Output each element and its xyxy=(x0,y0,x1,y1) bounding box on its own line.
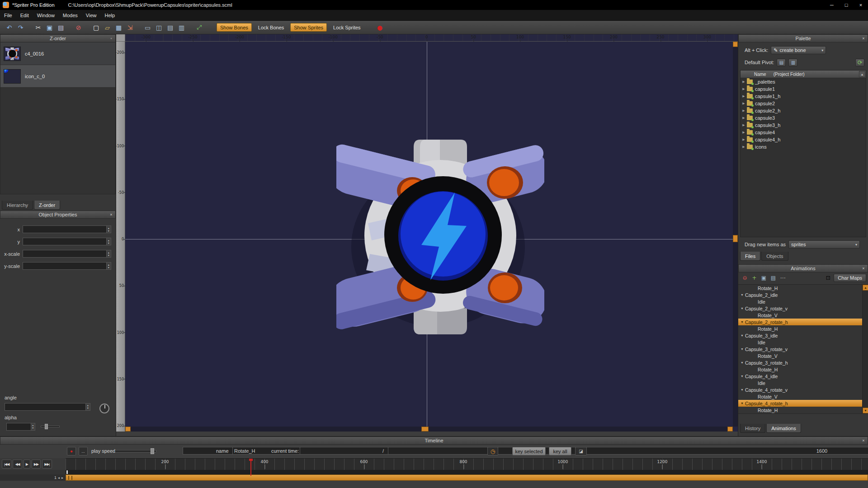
menu-item[interactable]: Modes xyxy=(59,10,82,20)
record-mode-icon[interactable]: ● xyxy=(374,22,386,33)
panel-close-icon[interactable]: × xyxy=(861,438,866,443)
scroll-down-icon[interactable]: ▼ xyxy=(863,408,868,413)
file-tree-item[interactable]: ▶ capsule3_h xyxy=(741,122,866,129)
animation-item[interactable]: ▼ Rotate_H xyxy=(738,407,862,413)
file-tree-header[interactable]: Name (Project Folder) ▲ xyxy=(741,70,866,78)
expand-arrow-icon[interactable]: ▶ xyxy=(741,109,747,113)
canvas-horizontal-scrollbar[interactable] xyxy=(125,427,733,432)
expand-view-icon[interactable]: ⊡ xyxy=(823,273,833,282)
more-options-icon[interactable]: ⋯ xyxy=(778,273,788,282)
lock-bones-button[interactable]: Lock Bones xyxy=(255,23,287,32)
sound-icon[interactable]: ◪ xyxy=(575,447,587,455)
collapse-arrow-icon[interactable]: ▼ xyxy=(741,388,745,391)
menu-item[interactable]: File xyxy=(0,10,16,20)
playhead[interactable] xyxy=(250,459,251,476)
delete-icon[interactable]: ⊘ xyxy=(73,22,84,33)
animation-item[interactable]: ▼ Idle xyxy=(738,298,862,305)
scroll-up-icon[interactable]: ▲ xyxy=(859,71,865,77)
canvas-viewport[interactable] xyxy=(125,42,738,432)
file-tree-item[interactable]: ▶ capsule1 xyxy=(741,85,866,93)
property-input[interactable] xyxy=(23,225,107,233)
save-icon[interactable]: ▦ xyxy=(113,22,124,33)
pivot-option-1-button[interactable]: ▤ xyxy=(777,59,786,66)
animation-settings-icon[interactable]: ▤ xyxy=(769,273,778,282)
new-file-icon[interactable]: ▢ xyxy=(90,22,102,33)
tab-files[interactable]: Files xyxy=(740,252,760,261)
go-to-start-button[interactable]: |◀◀ xyxy=(2,460,11,469)
layer-item-icon-c-0[interactable]: icon_c_0 xyxy=(0,65,115,88)
char-maps-button[interactable]: Char Maps xyxy=(834,274,866,282)
tab-objects[interactable]: Objects xyxy=(761,252,788,261)
menu-item[interactable]: Help xyxy=(101,10,119,20)
undo-icon[interactable]: ↶ xyxy=(4,22,15,33)
layout-single-icon[interactable]: ▭ xyxy=(142,22,153,33)
collapse-arrow-icon[interactable]: ▼ xyxy=(741,402,745,405)
expand-arrow-icon[interactable]: ▶ xyxy=(741,123,747,127)
layout-rows-icon[interactable]: ▤ xyxy=(165,22,176,33)
delete-animation-icon[interactable]: ⊖ xyxy=(740,273,750,282)
animation-item[interactable]: ▼ Capsule_3_rotate_v xyxy=(738,346,862,352)
next-keyframe-button[interactable]: ▶▶ xyxy=(32,460,41,469)
menu-item[interactable]: Edit xyxy=(16,10,33,20)
file-tree-item[interactable]: ▶ icons xyxy=(741,143,866,150)
total-time-input[interactable] xyxy=(388,447,868,455)
loop-range-bar[interactable] xyxy=(66,474,868,481)
animation-item[interactable]: ▼ Idle xyxy=(738,339,862,346)
file-tree-item[interactable]: ▶ capsule4 xyxy=(741,129,866,136)
alpha-slider-handle[interactable] xyxy=(45,424,48,429)
property-input[interactable] xyxy=(23,250,107,258)
paste-icon[interactable]: ▤ xyxy=(55,22,66,33)
minimize-button[interactable]: ─ xyxy=(825,0,839,10)
file-tree-item[interactable]: ▶ capsule2_h xyxy=(741,107,866,114)
tab-animations[interactable]: Animations xyxy=(766,424,801,433)
copy-icon[interactable]: ▣ xyxy=(44,22,55,33)
refresh-icon[interactable]: ⟳ xyxy=(855,59,864,66)
scroll-up-button[interactable] xyxy=(733,42,738,47)
expand-arrow-icon[interactable]: ▶ xyxy=(741,80,747,84)
capsule-sprite[interactable] xyxy=(336,133,544,341)
play-speed-handle[interactable] xyxy=(151,448,154,454)
maximize-button[interactable]: □ xyxy=(839,0,854,10)
lock-sprites-button[interactable]: Lock Sprites xyxy=(330,23,363,32)
keyframe-track[interactable] xyxy=(0,470,868,474)
keyframe-marker[interactable] xyxy=(66,470,68,474)
file-tree-item[interactable]: ▶ capsule4_h xyxy=(741,136,866,143)
record-button[interactable]: ● xyxy=(67,447,76,455)
animation-item[interactable]: ▼ Rotate_V xyxy=(738,352,862,359)
collapse-arrow-icon[interactable]: ▼ xyxy=(741,347,745,351)
animation-item[interactable]: ▼ Idle xyxy=(738,380,862,386)
expand-arrow-icon[interactable]: ▶ xyxy=(741,94,747,98)
menu-item[interactable]: View xyxy=(82,10,101,20)
go-to-end-button[interactable]: ▶▶| xyxy=(42,460,52,469)
close-button[interactable]: × xyxy=(854,0,868,10)
animation-item[interactable]: ▼ Rotate_H xyxy=(738,366,862,373)
panel-close-icon[interactable]: × xyxy=(108,212,114,217)
redo-icon[interactable]: ↷ xyxy=(15,22,26,33)
animations-scrollbar[interactable]: ▲ ▼ xyxy=(862,285,868,413)
alpha-input[interactable] xyxy=(6,423,31,431)
expand-arrow-icon[interactable]: ▶ xyxy=(741,138,747,141)
panel-close-icon[interactable]: × xyxy=(861,36,866,41)
range-prev-icon[interactable]: ◂ xyxy=(57,476,60,480)
clock-icon[interactable]: ◷ xyxy=(487,447,498,455)
expand-arrow-icon[interactable]: ▶ xyxy=(741,102,747,105)
prev-keyframe-button[interactable]: ◀◀ xyxy=(13,460,22,469)
file-tree-item[interactable]: ▶ capsule2 xyxy=(741,100,866,107)
show-sprites-button[interactable]: Show Sprites xyxy=(290,23,327,32)
key-selected-button[interactable]: key selected xyxy=(512,447,546,455)
spinner-icon[interactable]: ▴▾ xyxy=(31,423,35,431)
animation-item[interactable]: ▼ Rotate_H xyxy=(738,325,862,332)
collapse-arrow-icon[interactable]: ▼ xyxy=(741,334,745,337)
spinner-icon[interactable]: ▴▾ xyxy=(107,250,111,258)
open-folder-icon[interactable]: ▱ xyxy=(102,22,113,33)
play-button[interactable]: ▶ xyxy=(24,460,30,469)
tab-z-order[interactable]: Z-order xyxy=(34,201,60,210)
property-input[interactable] xyxy=(23,238,107,245)
scroll-up-icon[interactable]: ▲ xyxy=(863,285,868,291)
collapse-arrow-icon[interactable]: ▼ xyxy=(741,320,745,324)
tab-history[interactable]: History xyxy=(740,424,765,433)
animation-item[interactable]: ▼ Capsule_4_rotate_v xyxy=(738,386,862,393)
angle-dial[interactable] xyxy=(99,404,109,413)
canvas-vertical-scrollbar[interactable] xyxy=(733,42,738,427)
layout-columns-icon[interactable]: ▥ xyxy=(176,22,187,33)
